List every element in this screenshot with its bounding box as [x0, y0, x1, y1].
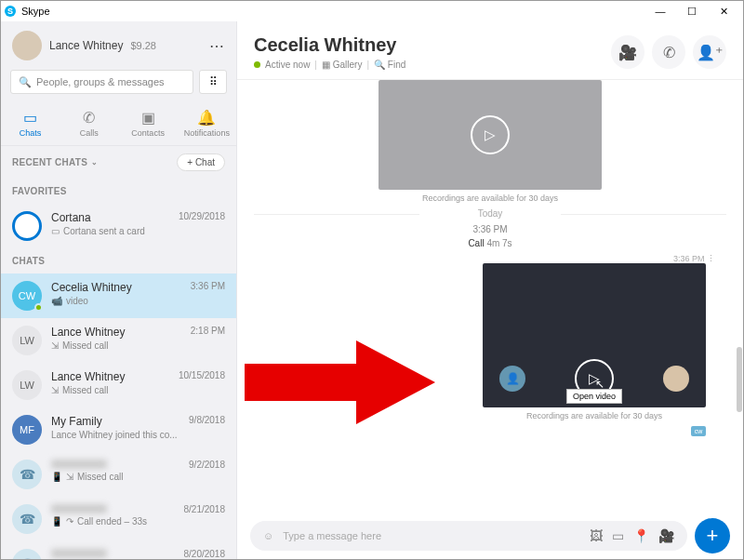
recording-note: Recordings are available for 30 days: [254, 193, 726, 203]
contact-anon-1[interactable]: ☎ 9/2/2018 📱⇲Missed call: [1, 452, 236, 497]
phone-icon: ☎: [12, 504, 42, 534]
skype-logo-icon: S: [5, 6, 16, 17]
contact-anon-3[interactable]: ☎ 8/20/2018 📱9: [1, 541, 236, 560]
redacted-name: [51, 504, 107, 513]
phone-icon: ✆: [663, 44, 675, 61]
recording-note: Recordings are available for 30 days: [473, 411, 715, 420]
redacted-name: [51, 549, 107, 558]
avatar: [12, 31, 42, 60]
audio-call-button[interactable]: ✆: [652, 35, 685, 69]
chat-title: Cecelia Whitney: [254, 34, 405, 56]
video-message-icon[interactable]: 🎥: [658, 528, 674, 543]
nav-tabs: ▭Chats ✆Calls ▣Contacts 🔔Notifications: [1, 103, 236, 146]
avatar-initials: CW: [12, 281, 42, 311]
presence-dot-icon: [254, 61, 260, 68]
chat-panel: Cecelia Whitney Active now | ▦ Gallery |…: [237, 21, 743, 560]
message-input[interactable]: ☺ Type a message here 🖼 ▭ 📍 🎥: [250, 521, 687, 551]
message-placeholder: Type a message here: [283, 530, 381, 541]
search-input[interactable]: 🔍 People, groups & messages: [10, 70, 193, 94]
call-timestamp: 3:36 PM: [254, 224, 726, 234]
message-time: 3:36 PM: [673, 254, 705, 263]
avatar-initials: MF: [12, 415, 42, 445]
self-badge: cw: [691, 426, 706, 436]
cortana-icon: [12, 211, 42, 241]
avatar-initials: LW: [12, 370, 42, 400]
phone-icon: ☎: [12, 460, 42, 489]
window-title: Skype: [21, 6, 50, 17]
composer: ☺ Type a message here 🖼 ▭ 📍 🎥 +: [237, 511, 743, 560]
call-ended-icon: ↷: [66, 516, 73, 527]
participant-avatar: [663, 366, 689, 392]
phone-icon: ☎: [12, 549, 42, 560]
more-icon[interactable]: ⋯: [209, 37, 225, 55]
participant-avatar: 👤: [499, 366, 525, 392]
tab-contacts[interactable]: ▣Contacts: [119, 103, 178, 145]
new-chat-button[interactable]: + Chat: [177, 153, 225, 171]
presence-dot-icon: [34, 303, 43, 312]
missed-call-icon: ⇲: [51, 340, 59, 351]
chat-body[interactable]: ▷ Recordings are available for 30 days T…: [237, 80, 743, 511]
dialpad-button[interactable]: ⠿: [199, 70, 227, 94]
chats-icon: ▭: [1, 109, 60, 127]
missed-call-icon: ⇲: [66, 472, 73, 482]
avatar-initials: LW: [12, 326, 42, 355]
date-divider: Today: [254, 208, 726, 219]
missed-call-icon: ⇲: [51, 385, 59, 395]
chat-header: Cecelia Whitney Active now | ▦ Gallery |…: [237, 21, 743, 80]
photo-icon[interactable]: 🖼: [590, 528, 603, 543]
status-text: Active now: [265, 60, 310, 70]
chats-header: CHATS: [1, 248, 236, 273]
maximize-button[interactable]: ☐: [676, 2, 708, 20]
redacted-name: [51, 460, 107, 469]
gallery-link[interactable]: ▦ Gallery: [322, 60, 362, 70]
add-person-icon: 👤⁺: [697, 44, 723, 61]
scrollbar[interactable]: [736, 105, 743, 477]
chevron-down-icon: ⌄: [91, 158, 98, 167]
contact-anon-2[interactable]: ☎ 8/21/2018 📱↷Call ended – 33s: [1, 497, 236, 541]
contact-cortana[interactable]: Cortana10/29/2018 ▭Cortana sent a card: [1, 204, 236, 248]
mobile-icon: 📱: [51, 516, 62, 527]
contact-cecelia[interactable]: CW Cecelia Whitney3:36 PM 📹video: [1, 273, 236, 318]
video-icon: 🎥: [618, 44, 637, 61]
message-menu-icon[interactable]: ⋮: [707, 254, 715, 263]
mobile-icon: 📱: [51, 472, 62, 482]
contacts-icon: ▣: [119, 109, 178, 127]
emoji-icon[interactable]: ☺: [263, 530, 273, 541]
contact-my-family[interactable]: MF My Family9/8/2018 Lance Whitney joine…: [1, 407, 236, 452]
calls-icon: ✆: [60, 109, 118, 127]
sidebar: Lance Whitney $9.28 ⋯ 🔍 People, groups &…: [1, 21, 237, 560]
close-button[interactable]: ✕: [708, 2, 739, 20]
search-placeholder: People, groups & messages: [36, 76, 165, 87]
recent-chats-header[interactable]: RECENT CHATS ⌄ + Chat: [1, 146, 236, 179]
profile-row[interactable]: Lance Whitney $9.28 ⋯: [1, 21, 236, 70]
contact-lance-2[interactable]: LW Lance Whitney10/15/2018 ⇲Missed call: [1, 363, 236, 407]
tab-chats[interactable]: ▭Chats: [1, 103, 60, 145]
call-label: Call: [468, 238, 484, 248]
minimize-button[interactable]: —: [644, 2, 676, 20]
favorites-header: FAVORITES: [1, 179, 236, 204]
tab-calls[interactable]: ✆Calls: [60, 103, 118, 145]
tab-notifications[interactable]: 🔔Notifications: [178, 103, 236, 145]
profile-name: Lance Whitney: [49, 39, 123, 52]
bell-icon: 🔔: [178, 109, 236, 127]
video-call-button[interactable]: 🎥: [611, 35, 644, 69]
title-bar: S Skype — ☐ ✕: [1, 1, 743, 21]
add-people-button[interactable]: 👤⁺: [693, 35, 726, 69]
recording-thumbnail[interactable]: ▷: [379, 80, 602, 190]
profile-credit: $9.28: [130, 40, 156, 51]
play-icon: ▷: [471, 115, 510, 154]
video-icon: 📹: [51, 296, 62, 306]
location-icon[interactable]: 📍: [633, 528, 649, 543]
more-actions-button[interactable]: +: [695, 518, 730, 553]
search-icon: 🔍: [19, 76, 32, 88]
contact-lance-1[interactable]: LW Lance Whitney2:18 PM ⇲Missed call: [1, 318, 236, 363]
call-duration: 4m 7s: [486, 238, 512, 248]
find-link[interactable]: 🔍 Find: [374, 60, 405, 70]
open-video-tooltip: Open video: [566, 389, 622, 404]
contact-card-icon[interactable]: ▭: [612, 528, 624, 543]
video-recording-thumbnail[interactable]: 👤 ▷↖ Open video: [483, 263, 706, 407]
card-icon: ▭: [51, 226, 60, 236]
